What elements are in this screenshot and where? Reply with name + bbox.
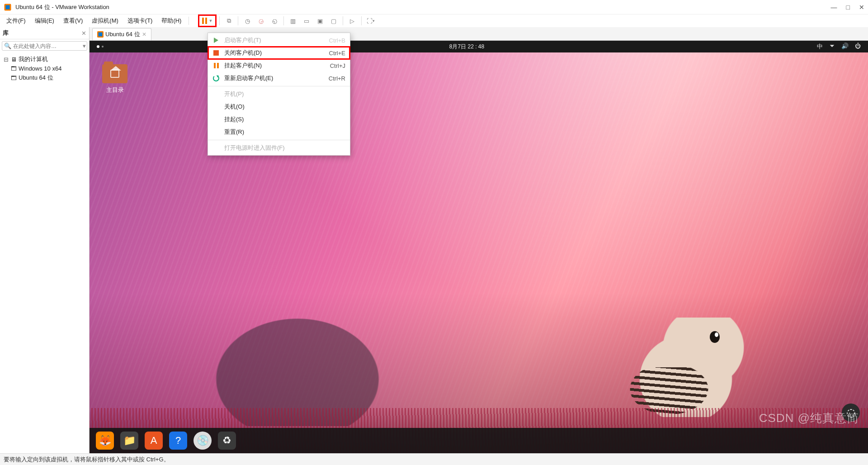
menu-reset[interactable]: 重置(R) — [208, 126, 350, 138]
library-title: 库 — [3, 29, 81, 37]
tree-root-mycomputer[interactable]: ⊟ 🖥 我的计算机 — [2, 54, 87, 64]
tab-close-button[interactable]: ✕ — [142, 31, 146, 38]
menu-restart-guest[interactable]: 重新启动客户机(E) Ctrl+R — [208, 72, 350, 85]
menu-suspend-guest[interactable]: 挂起客户机(N) Ctrl+J — [208, 59, 350, 72]
library-close-button[interactable]: ✕ — [81, 30, 86, 37]
library-sidebar: 库 ✕ 🔍 ▾ ⊟ 🖥 我的计算机 🗔 Windows 10 x64 🗔 Ubu… — [0, 27, 90, 453]
enter-unity-button[interactable]: ▷ — [346, 14, 359, 27]
input-method-indicator[interactable]: 中 — [817, 43, 823, 51]
statusbar: 要将输入定向到该虚拟机，请将鼠标指针移入其中或按 Ctrl+G。 — [0, 453, 868, 465]
home-folder-shortcut[interactable]: 主目录 — [102, 64, 127, 94]
view-console-button[interactable]: ▭ — [300, 14, 313, 27]
vm-tabs: Ubuntu 64 位 ✕ — [90, 27, 868, 41]
restart-icon — [213, 75, 219, 81]
dock-help[interactable]: ? — [169, 432, 187, 450]
ubuntu-topbar: 8月7日 22 : 48 中 ⏷ 🔊 ⏻ — [90, 41, 868, 52]
activities-icon — [96, 45, 110, 48]
power-dropdown-menu: 启动客户机(T) Ctrl+B 关闭客户机(D) Ctrl+E 挂起客户机(N)… — [208, 33, 350, 156]
menu-power-off[interactable]: 关机(O) — [208, 100, 350, 113]
wallpaper-animal — [633, 318, 750, 417]
ubuntu-dock: 🦊 📁 A ? 💿 ♻ — [90, 428, 868, 453]
guest-viewport[interactable]: 8月7日 22 : 48 中 ⏷ 🔊 ⏻ 主目录 CSDN @纯真意简 — [90, 41, 868, 453]
vmware-logo-icon — [4, 3, 12, 11]
tab-label: Ubuntu 64 位 — [105, 30, 140, 38]
send-ctrl-alt-del-button[interactable]: ⧉ — [222, 14, 235, 27]
svg-point-4 — [97, 45, 99, 48]
home-folder-label: 主目录 — [102, 86, 127, 94]
fullscreen-button[interactable]: ⛶ ▾ — [364, 14, 377, 27]
menu-tabs[interactable]: 选项卡(T) — [124, 15, 156, 26]
dock-firefox[interactable]: 🦊 — [96, 432, 114, 450]
volume-icon[interactable]: 🔊 — [841, 43, 849, 51]
view-side-button[interactable]: ▥ — [287, 14, 299, 27]
stop-icon — [213, 50, 219, 56]
library-search[interactable]: 🔍 ▾ — [2, 41, 87, 51]
window-title: Ubuntu 64 位 - VMware Workstation — [15, 3, 831, 11]
menu-file[interactable]: 文件(F) — [3, 15, 29, 26]
search-icon: 🔍 — [4, 43, 11, 49]
view-stretch-button[interactable]: ▢ — [327, 14, 340, 27]
vm-icon: 🗔 — [11, 75, 17, 81]
menu-shutdown-guest[interactable]: 关闭客户机(D) Ctrl+E — [208, 47, 350, 59]
menu-edit[interactable]: 编辑(E) — [31, 15, 58, 26]
vm-icon: 🗔 — [11, 65, 17, 72]
tab-ubuntu64[interactable]: Ubuntu 64 位 ✕ — [92, 28, 151, 40]
dock-software[interactable]: A — [145, 432, 163, 450]
power-dropdown-button[interactable]: ▼ — [198, 14, 217, 27]
pause-icon — [202, 18, 207, 24]
dock-install-media[interactable]: 💿 — [193, 432, 212, 450]
network-icon[interactable]: ⏷ — [829, 43, 835, 51]
svg-rect-1 — [6, 5, 10, 9]
collapse-icon: ⊟ — [3, 56, 9, 63]
svg-point-5 — [102, 46, 104, 47]
vm-icon — [97, 31, 104, 38]
toolbar: ▼ ⧉ ◷ ◶ ◵ ▥ ▭ ▣ ▢ ▷ ⛶ ▾ — [198, 14, 377, 27]
menu-vm[interactable]: 虚拟机(M) — [88, 15, 122, 26]
menu-power-on: 开机(P) — [208, 88, 350, 100]
menu-view[interactable]: 查看(V) — [60, 15, 86, 26]
tree-item-windows10[interactable]: 🗔 Windows 10 x64 — [10, 64, 87, 73]
dock-trash[interactable]: ♻ — [218, 432, 236, 450]
snapshot-revert-button[interactable]: ◶ — [255, 14, 267, 27]
snapshot-button[interactable]: ◷ — [241, 14, 254, 27]
ubuntu-system-tray[interactable]: 中 ⏷ 🔊 ⏻ — [817, 43, 868, 51]
play-icon — [214, 38, 218, 43]
dock-files[interactable]: 📁 — [120, 432, 138, 450]
svg-rect-3 — [99, 33, 103, 37]
pause-icon — [214, 63, 219, 68]
maximize-button[interactable]: □ — [846, 4, 850, 11]
home-folder-icon — [102, 64, 127, 83]
chevron-down-icon: ▼ — [208, 19, 212, 23]
tree-item-ubuntu64[interactable]: 🗔 Ubuntu 64 位 — [10, 73, 87, 83]
power-icon[interactable]: ⏻ — [855, 43, 861, 51]
menu-help[interactable]: 帮助(H) — [158, 15, 185, 26]
menubar: 文件(F) 编辑(E) 查看(V) 虚拟机(M) 选项卡(T) 帮助(H) ▼ … — [0, 14, 868, 27]
close-button[interactable]: ✕ — [859, 4, 864, 11]
chevron-down-icon[interactable]: ▾ — [83, 43, 86, 49]
window-titlebar: Ubuntu 64 位 - VMware Workstation ― □ ✕ — [0, 0, 868, 14]
content-area: Ubuntu 64 位 ✕ 8月7日 22 : 48 中 ⏷ 🔊 ⏻ — [90, 27, 868, 453]
menu-enter-firmware: 打开电源时进入固件(F) — [208, 142, 350, 154]
monitor-icon: 🖥 — [11, 56, 17, 63]
ubuntu-desktop[interactable]: 主目录 CSDN @纯真意简 🦊 📁 A ? 💿 ♻ — [90, 52, 868, 453]
status-text: 要将输入定向到该虚拟机，请将鼠标指针移入其中或按 Ctrl+G。 — [4, 456, 170, 464]
snapshot-manager-button[interactable]: ◵ — [268, 14, 281, 27]
search-input[interactable] — [13, 43, 81, 49]
activities-button[interactable] — [90, 45, 117, 48]
menu-suspend[interactable]: 挂起(S) — [208, 113, 350, 126]
library-tree: ⊟ 🖥 我的计算机 🗔 Windows 10 x64 🗔 Ubuntu 64 位 — [0, 52, 89, 85]
view-fit-button[interactable]: ▣ — [314, 14, 326, 27]
minimize-button[interactable]: ― — [831, 4, 837, 11]
csdn-watermark: CSDN @纯真意简 — [759, 410, 859, 426]
menu-start-guest: 启动客户机(T) Ctrl+B — [208, 34, 350, 47]
